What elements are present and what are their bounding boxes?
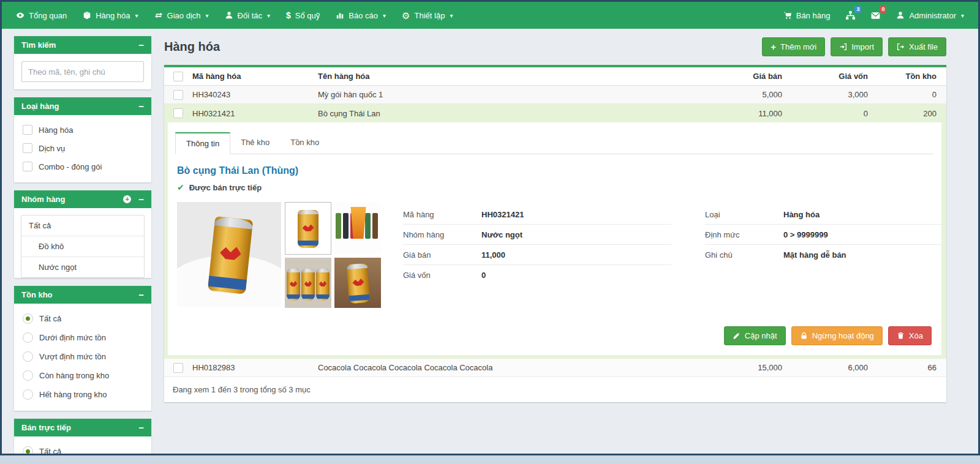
cell-price: 11,000	[693, 109, 782, 118]
column-cost[interactable]: Giá vốn	[782, 72, 868, 81]
tab-info[interactable]: Thông tin	[175, 132, 230, 154]
tab-stock-card[interactable]: Thẻ kho	[230, 132, 280, 154]
row-checkbox[interactable]	[173, 108, 183, 118]
table-row-selected[interactable]: HH0321421 Bò cụng Thái Lan 11,000 0 200	[164, 104, 946, 122]
bull-logo	[302, 225, 314, 231]
collapse-icon[interactable]: −	[138, 195, 144, 204]
nav-overview[interactable]: Tổng quan	[8, 2, 75, 29]
collapse-icon[interactable]: −	[138, 290, 144, 299]
stock-option-all[interactable]: Tất cả	[23, 313, 143, 324]
group-item-all[interactable]: Tất cả	[21, 215, 144, 236]
radio-icon[interactable]	[23, 351, 33, 362]
detail-body: Mã hàng HH0321421 Nhóm hàng Nước ngọt Gi…	[175, 202, 933, 308]
nav-settings[interactable]: ⚙ Thiết lập ▾	[394, 2, 461, 29]
nav-reports-label: Báo cáo	[349, 11, 378, 20]
radio-selected-icon[interactable]	[23, 313, 33, 324]
main-area: Hàng hóa + Thêm mới Import Xuất file	[164, 36, 946, 455]
type-option-combo[interactable]: Combo - đóng gói	[23, 162, 143, 171]
detail-actions: Cập nhật Ngừng hoạt động Xóa	[175, 308, 933, 355]
can-graphic	[301, 269, 315, 301]
export-icon	[897, 43, 905, 51]
product-thumb-4[interactable]	[334, 258, 381, 308]
stock-panel: Tồn kho − Tất cả Dưới định mức tồn	[14, 286, 151, 411]
radio-icon[interactable]	[23, 389, 33, 400]
nav-transactions[interactable]: Giao dịch ▾	[146, 2, 217, 29]
stock-option-in-stock[interactable]: Còn hàng trong kho	[23, 370, 143, 381]
group-item-dry[interactable]: Đồ khô	[21, 236, 144, 257]
nav-partners[interactable]: Đối tác ▾	[217, 2, 279, 29]
cell-name: Mỳ gói hàn quốc 1	[318, 90, 693, 99]
chevron-down-icon: ▾	[267, 12, 270, 19]
add-new-button[interactable]: + Thêm mới	[762, 37, 825, 56]
stock-option-above-max[interactable]: Vượt định mức tồn	[23, 351, 143, 362]
product-thumbnails	[285, 202, 381, 308]
deactivate-button[interactable]: Ngừng hoạt động	[791, 326, 883, 345]
stock-option-below-min[interactable]: Dưới định mức tồn	[23, 332, 143, 343]
collapse-icon[interactable]: −	[138, 102, 144, 111]
collapse-icon[interactable]: −	[138, 40, 144, 50]
checkbox-icon[interactable]	[23, 162, 32, 171]
stock-panel-body: Tất cả Dưới định mức tồn Vượt định mức t…	[14, 304, 151, 411]
export-button[interactable]: Xuất file	[888, 37, 946, 56]
can-graphic	[316, 269, 330, 301]
table-row[interactable]: HH340243 Mỳ gói hàn quốc 1 5,000 3,000 0	[164, 86, 946, 104]
update-button[interactable]: Cập nhật	[724, 326, 786, 345]
stock-option-label: Tất cả	[39, 314, 61, 323]
search-input[interactable]	[21, 61, 144, 82]
nav-products[interactable]: Hàng hóa ▾	[75, 2, 146, 29]
delete-button[interactable]: Xóa	[888, 326, 932, 345]
checkbox-icon[interactable]	[23, 125, 32, 135]
stock-option-label: Hết hàng trong kho	[39, 390, 107, 399]
group-panel-header: Nhóm hàng + −	[14, 190, 151, 208]
radio-selected-icon[interactable]	[23, 446, 33, 455]
search-panel-body	[14, 54, 151, 89]
column-name[interactable]: Tên hàng hóa	[318, 72, 693, 81]
can-graphic	[287, 269, 300, 301]
nav-user-menu[interactable]: Administrator ▾	[888, 2, 972, 29]
product-thumb-1[interactable]	[285, 202, 331, 255]
collapse-icon[interactable]: −	[138, 423, 144, 432]
direct-sale-note: ✔ Được bán trực tiếp	[177, 182, 933, 192]
product-images	[177, 202, 381, 308]
main-header: Hàng hóa + Thêm mới Import Xuất file	[164, 37, 946, 56]
group-item-softdrink[interactable]: Nước ngọt	[21, 257, 144, 277]
detail-tabs: Thông tin Thẻ kho Tồn kho	[175, 132, 933, 154]
row-checkbox[interactable]	[173, 90, 183, 100]
row-checkbox[interactable]	[173, 363, 183, 373]
filter-sidebar: Tìm kiếm − Loại hàng − Hàng hóa	[14, 36, 151, 455]
bull-logo	[319, 281, 326, 286]
branch-network-button[interactable]: 3	[838, 2, 863, 29]
product-photo-main[interactable]	[177, 202, 281, 307]
nav-cashbook[interactable]: $ Sổ quỹ	[278, 2, 328, 29]
column-stock[interactable]: Tồn kho	[868, 72, 946, 81]
checkbox-icon[interactable]	[23, 143, 32, 153]
table-row[interactable]: HH0182983 Cocacola Cocacola Cocacola Coc…	[164, 359, 946, 377]
product-thumb-2[interactable]	[334, 202, 381, 255]
product-thumb-3[interactable]	[285, 258, 331, 308]
chevron-down-icon: ▾	[383, 12, 386, 19]
column-price[interactable]: Giá bán	[693, 72, 782, 81]
column-code[interactable]: Mã hàng hóa	[192, 72, 318, 81]
pagination-status: Đang xem 1 đến 3 trong tổng số 3 mục	[164, 377, 946, 402]
add-group-icon[interactable]: +	[123, 195, 131, 203]
nav-reports[interactable]: Báo cáo ▾	[328, 2, 394, 29]
cart-icon	[783, 11, 792, 20]
row-check-cell	[164, 108, 192, 118]
nav-sell-button[interactable]: Bán hàng	[775, 2, 839, 29]
stock-option-label: Vượt định mức tồn	[39, 352, 106, 361]
import-button[interactable]: Import	[831, 37, 883, 56]
stock-panel-header: Tồn kho −	[14, 286, 151, 304]
notifications-button[interactable]: 0	[863, 2, 888, 29]
tab-inventory[interactable]: Tồn kho	[280, 132, 330, 154]
stock-option-out-of-stock[interactable]: Hết hàng trong kho	[23, 389, 143, 400]
direct-option-all[interactable]: Tất cả	[23, 446, 143, 455]
field-group: Nhóm hàng Nước ngọt	[403, 225, 671, 245]
type-option-goods[interactable]: Hàng hóa	[23, 125, 143, 135]
select-all-checkbox[interactable]	[173, 72, 183, 81]
field-value: 0	[481, 271, 486, 280]
type-option-service[interactable]: Dịch vụ	[23, 143, 143, 153]
radio-icon[interactable]	[23, 370, 33, 381]
field-label: Loại	[705, 210, 783, 219]
type-panel-title: Loại hàng	[21, 102, 59, 111]
radio-icon[interactable]	[23, 332, 33, 343]
